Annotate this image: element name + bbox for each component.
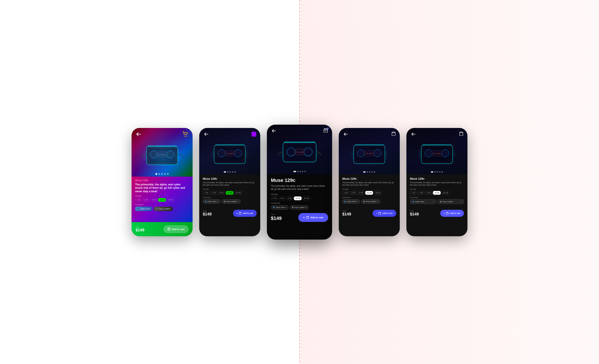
svg-point-6 (150, 150, 158, 158)
phone-3-customize-label: Customize (271, 202, 328, 204)
phone-3-storage-2tb[interactable]: 2 TB (279, 197, 285, 200)
phone-2-faux-leather-btn[interactable]: Faux Leather ▾ (222, 199, 241, 204)
phone-2-customize-options: Cyber Steel ▾ Faux Leather ▾ (203, 199, 257, 204)
phone-5-cyber-steel-btn[interactable]: Cyber Steel ▾ (410, 199, 436, 204)
phone-4-dot-5 (374, 171, 375, 173)
phone-5-storage-2tb[interactable]: 2 TB (418, 191, 424, 195)
phone-2-bottom-bar: Total $149 + Add to cart (199, 208, 260, 220)
phone-5-storage-1tb[interactable]: 1 TB (410, 191, 417, 195)
phone-5-add-to-cart-btn[interactable]: + Add to cart (440, 210, 464, 217)
phone-2-back-icon[interactable] (203, 131, 209, 137)
svg-rect-10 (158, 152, 167, 157)
phone-3-faux-leather-btn[interactable]: Faux Leather ▾ (290, 205, 309, 209)
phone-1-cart-icon[interactable] (182, 131, 189, 137)
phone-3-add-to-cart-btn[interactable]: + Add to cart (298, 213, 328, 222)
phone-3-faux-leather-label: Faux Leather (295, 207, 305, 208)
phone-1-storage-5tb[interactable]: 5 TB (150, 198, 158, 202)
phone-3-customize-options: Cyber Steel ▾ Faux Leather ▾ (271, 205, 328, 209)
phone-5-storage-10tb[interactable]: 10 TB (433, 191, 441, 195)
phone-3-cart-wrap[interactable] (323, 128, 328, 133)
phone-2-purple-badge (251, 132, 256, 137)
phone-2-storage-2tb[interactable]: 2 TB (211, 191, 217, 195)
phone-5-cart-wrap[interactable] (459, 131, 463, 137)
phone-1-cyber-steel-btn[interactable]: Cyber Steel (135, 207, 153, 211)
phone-4-product-name: Muse 129c (342, 177, 396, 180)
phone-3-cyber-steel-btn[interactable]: Cyber Steel ▾ (271, 205, 289, 209)
phone-1-cyber-steel-label: Cyber Steel (140, 208, 150, 210)
phone-3-price-label: Total (271, 214, 282, 216)
phone-5-dot-4 (439, 171, 440, 173)
phone-5-dot-2 (434, 171, 436, 173)
phone-2-storage-1tb[interactable]: 1 TB (203, 191, 210, 195)
svg-rect-21 (215, 144, 244, 145)
dot-1 (155, 173, 157, 175)
phone-4-dots (363, 171, 375, 173)
phone-1-storage-50tb[interactable]: 50 TB (167, 198, 175, 202)
phone-5-dot-3 (437, 171, 438, 173)
phone-1-storage-2tb[interactable]: 2 TB (143, 198, 150, 202)
phone-1-faux-leather-label: Faux Leather (159, 208, 170, 210)
phone-1-storage-1tb[interactable]: 1 TB (135, 198, 142, 202)
phone-2-cyber-steel-dot (205, 201, 207, 202)
phone-1-storage-options: 1 TB 2 TB 5 TB 10 TB 50 TB (135, 198, 189, 202)
phone-5-info: Muse 129c The primordial, the alpha, and… (406, 174, 467, 209)
phone-1-storage-10tb[interactable]: 10 TB (158, 198, 166, 202)
phone-1-add-to-cart-label: Add to cart (172, 228, 185, 231)
phone-2-price: $149 (203, 212, 211, 217)
phone-4-storage-5tb[interactable]: 5 TB (358, 191, 365, 195)
phone-4-cart-wrap[interactable] (391, 131, 396, 137)
phone-4-price-section: Total $149 (342, 210, 351, 217)
phone-3-add-to-cart-label: Add to cart (310, 216, 323, 219)
dot-3 (161, 173, 163, 175)
phone-4-storage-1tb[interactable]: 1 TB (342, 191, 349, 195)
phone-1-price-label: Total (136, 226, 144, 228)
phone-4-faux-leather-btn[interactable]: Faux Leather ▾ (361, 199, 380, 204)
phone-4-storage-10tb[interactable]: 10 TB (365, 191, 373, 195)
phone-3: AIR-WRAP Muse 12 (267, 125, 332, 240)
phone-1-faux-leather-dot (156, 208, 158, 210)
phone-1-add-to-cart-btn[interactable]: Add to cart (163, 225, 189, 233)
phone-4-content: AIR-WRAP Muse 129c The primordial, t (339, 128, 400, 236)
phone-2-add-to-cart-btn[interactable]: + Add to cart (233, 210, 257, 217)
phone-2-storage-10tb[interactable]: 10 TB (226, 191, 233, 195)
phone-4-dot-3 (369, 171, 370, 173)
phone-4-cyber-steel-chevron: ▾ (357, 200, 358, 202)
svg-point-17 (218, 149, 225, 157)
svg-point-49 (425, 149, 432, 157)
phone-5-faux-leather-btn[interactable]: Faux Leather ▾ (438, 199, 464, 204)
phone-4-storage-50tb[interactable]: 50 TB (374, 191, 382, 195)
phone-4-faux-leather-dot (363, 201, 365, 202)
phone-4-storage-2tb[interactable]: 2 TB (350, 191, 357, 195)
dot-2 (158, 173, 160, 175)
phone-5-storage-50tb[interactable]: 50 TB (441, 191, 449, 195)
phone-4-cyber-steel-btn[interactable]: Cyber Steel ▾ (342, 199, 360, 204)
phone-2-storage-label: Storage (203, 188, 257, 190)
phone-4-customize-options: Cyber Steel ▾ Faux Leather ▾ (342, 199, 396, 204)
phone-3-storage-50tb[interactable]: 50 TB (302, 197, 310, 200)
phone-5-price-section: Total $149 (410, 210, 419, 217)
phone-5-back-icon[interactable] (410, 131, 417, 137)
phone-2-storage-5tb[interactable]: 5 TB (218, 191, 225, 195)
phone-1-back-icon[interactable] (136, 131, 142, 137)
phone-3-faux-leather-chevron: ▾ (306, 207, 307, 208)
phone-1-faux-leather-btn[interactable]: Faux Leather (154, 207, 173, 211)
phone-4-back-icon[interactable] (343, 131, 349, 137)
phone-3-product-desc: The primordial, the alpha, and cyber mus… (271, 184, 328, 191)
phone-2-faux-leather-chevron: ▾ (238, 200, 238, 202)
phone-3-back-icon[interactable] (271, 128, 277, 134)
phone-3-storage-1tb[interactable]: 1 TB (271, 197, 278, 200)
phone-1-customize-options: Cyber Steel Faux Leather (135, 207, 189, 211)
svg-point-50 (441, 149, 449, 157)
phone-5-cart-icon (459, 131, 463, 136)
phone-3-storage-5tb[interactable]: 5 TB (286, 197, 293, 200)
phone-3-storage-10tb[interactable]: 10 TB (294, 197, 302, 200)
phone-1-product-desc: The primordial, the alpha, and cyber mus… (135, 183, 189, 193)
svg-point-28 (288, 149, 294, 155)
phone-4-add-to-cart-btn[interactable]: + Add to cart (373, 210, 396, 217)
phone-2-cyber-steel-btn[interactable]: Cyber Steel ▾ (203, 199, 220, 204)
phone-2-storage-50tb[interactable]: 50 TB (234, 191, 242, 195)
svg-rect-4 (150, 149, 175, 162)
phone-5-storage-5tb[interactable]: 5 TB (425, 191, 432, 195)
phone-2-product-desc: The primordial, the alpha, and cyber mus… (203, 182, 257, 187)
phone-3-storage-options: 1 TB 2 TB 5 TB 10 TB 50 TB (271, 197, 328, 200)
